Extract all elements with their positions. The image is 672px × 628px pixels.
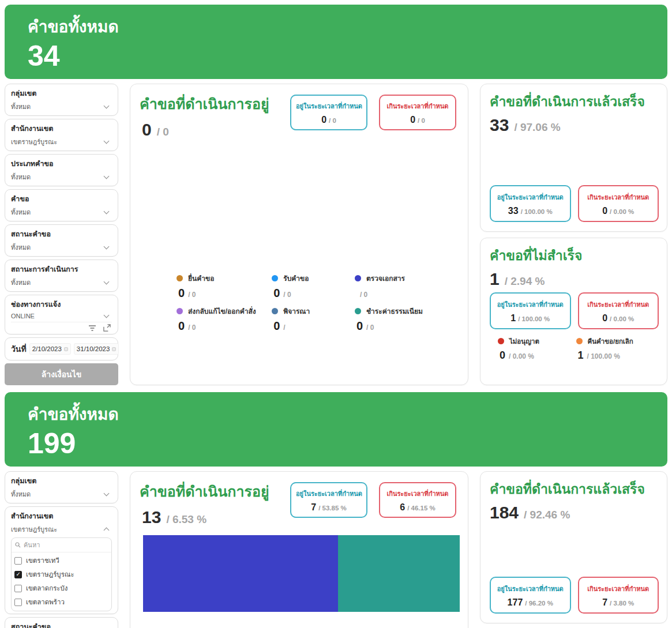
- group-select[interactable]: ทั้งหมด: [11, 100, 112, 114]
- on-time-value: 1: [510, 313, 516, 323]
- on-time-ratio: / 96.20 %: [525, 600, 553, 607]
- overdue-ratio: / 46.15 %: [407, 505, 436, 512]
- office-select[interactable]: เขตราษฎร์บูรณะ: [11, 522, 112, 536]
- checkbox[interactable]: [14, 585, 22, 592]
- overdue-label: เกินระยะเวลาที่กำหนด: [385, 488, 450, 499]
- on-time-box: อยู่ในระยะเวลาที่กำหนด 0/ 0: [290, 95, 367, 130]
- clear-filters-button[interactable]: ล้างเงื่อนไข: [5, 363, 118, 385]
- filter-label: กลุ่มเขต: [11, 87, 112, 100]
- legend-item: รับคำขอ 0/ 0: [272, 273, 355, 300]
- select-value: ทั้งหมด: [11, 101, 31, 112]
- legend-dot-pay-fee: [355, 308, 361, 314]
- select-value: ทั้งหมด: [11, 242, 31, 253]
- filter-label: สถานะคำขอ: [11, 620, 112, 628]
- legend-item-denied: ไม่อนุญาต 0/ 0.00 %: [498, 336, 576, 362]
- legend-dot-return-order: [177, 308, 183, 314]
- date-from-input[interactable]: 2/10/2023: [29, 343, 71, 355]
- in-progress-head: คำขอที่ดำเนินการอยู่ 13 / 6.53 %: [140, 480, 269, 527]
- total-requests-header: คำขอทั้งหมด 199: [5, 392, 667, 467]
- filter-icon[interactable]: [88, 325, 96, 331]
- filter-card-channel: ช่องทางการแจ้ง ONLINE: [5, 295, 118, 334]
- filter-card-type: ประเภทคำขอ ทั้งหมด: [5, 154, 118, 186]
- on-time-box: อยู่ในระยะเวลาที่กำหนด 33/ 100.00 %: [490, 185, 571, 222]
- option-label: เขตลาดพร้าว: [26, 597, 65, 607]
- select-value: ทั้งหมด: [11, 172, 31, 182]
- filter-card-office: สำนักงานเขต เขตราษฎร์บูรณะ ค้นหา เขตราชเ…: [5, 506, 118, 614]
- on-time-box: อยู่ในระยะเวลาที่กำหนด 7/ 53.85 %: [290, 482, 367, 518]
- dropdown-search-input[interactable]: ค้นหา: [12, 538, 111, 552]
- checkbox[interactable]: [14, 557, 22, 565]
- legend-ratio: / 0: [360, 291, 367, 299]
- chevron-down-icon: [104, 174, 110, 179]
- filter-card-group: กลุ่มเขต ทั้งหมด: [5, 84, 118, 116]
- failed-value: 1: [490, 269, 500, 289]
- select-value: ทั้งหมด: [11, 489, 31, 499]
- legend-value: 0: [273, 319, 280, 332]
- overdue-label: เกินระยะเวลาที่กำหนด: [583, 299, 655, 310]
- overdue-value: 0: [602, 206, 607, 216]
- legend-value: 0: [500, 349, 505, 361]
- select-value: เขตราษฎร์บูรณะ: [11, 524, 57, 535]
- search-icon: [15, 542, 21, 548]
- overdue-ratio: / 0: [418, 117, 425, 124]
- legend-ratio: / 0: [188, 324, 196, 332]
- operation-select[interactable]: ทั้งหมด: [11, 276, 112, 289]
- overdue-value: 7: [602, 597, 607, 607]
- overdue-ratio: / 0.00 %: [610, 208, 634, 215]
- checkbox[interactable]: [14, 571, 22, 578]
- in-progress-ratio: / 6.53 %: [166, 513, 207, 526]
- date-to-input[interactable]: 31/10/2023: [74, 343, 119, 355]
- filter-label: สำนักงานเขต: [11, 509, 112, 522]
- office-option[interactable]: เขตลาดพร้าว: [14, 597, 108, 607]
- group-select[interactable]: ทั้งหมด: [11, 487, 112, 501]
- on-time-label: อยู่ในระยะเวลาที่กำหนด: [494, 192, 566, 202]
- status-legend: ยื่นคำขอ 0/ 0 รับคำขอ 0/ 0 ตรวจเอกสาร / …: [177, 230, 446, 375]
- stacked-bar[interactable]: [143, 535, 460, 612]
- legend-label: ส่งกลับแก้ไข/ออกคำสั่ง: [188, 306, 256, 317]
- on-time-value: 0: [321, 115, 326, 125]
- office-option[interactable]: เขตราษฎร์บูรณะ: [14, 569, 108, 580]
- filter-card-group: กลุ่มเขต ทั้งหมด: [5, 471, 118, 503]
- office-select[interactable]: เขตราษฎร์บูรณะ: [11, 135, 112, 149]
- legend-ratio: / 0.00 %: [509, 352, 534, 360]
- office-option[interactable]: เขตราชเทวี: [14, 555, 108, 566]
- on-time-value: 177: [508, 597, 523, 607]
- filter-sidebar: กลุ่มเขต ทั้งหมด สำนักงานเขต เขตราษฎร์บู…: [5, 471, 118, 628]
- total-requests-value: 34: [28, 40, 658, 72]
- chevron-down-icon: [104, 103, 110, 109]
- filter-label: ช่องทางการแจ้ง: [11, 298, 112, 311]
- in-progress-ratio: / 0: [157, 126, 169, 138]
- type-select[interactable]: ทั้งหมด: [11, 170, 112, 184]
- request-select[interactable]: ทั้งหมด: [11, 205, 112, 219]
- legend-dot-submit: [177, 275, 183, 281]
- completed-card: คำขอที่ดำเนินการแล้วเสร็จ 33 / 97.06 % อ…: [480, 84, 667, 232]
- on-time-label: อยู่ในระยะเวลาที่กำหนด: [296, 101, 362, 111]
- overdue-ratio: / 3.80 %: [610, 600, 634, 607]
- dashboard-panel-1: คำขอทั้งหมด 34 กลุ่มเขต ทั้งหมด สำนักงาน…: [5, 5, 667, 385]
- overdue-label: เกินระยะเวลาที่กำหนด: [583, 584, 655, 594]
- focus-mode-icon[interactable]: [103, 324, 111, 332]
- legend-label: ไม่อนุญาต: [509, 336, 539, 347]
- overdue-box: เกินระยะเวลาที่กำหนด 0/ 0.00 %: [578, 185, 659, 222]
- date-filter: วันที่ 2/10/2023 31/10/2023: [5, 337, 118, 360]
- chevron-up-icon: [104, 528, 110, 533]
- legend-ratio: / 0: [188, 291, 196, 299]
- overdue-box: เกินระยะเวลาที่กำหนด 7/ 3.80 %: [578, 577, 659, 614]
- office-option[interactable]: เขตลาดกระบัง: [14, 583, 108, 593]
- date-picker-icon[interactable]: [64, 347, 68, 351]
- legend-value: 0: [178, 287, 185, 299]
- select-value: เขตราษฎร์บูรณะ: [11, 137, 57, 147]
- slicer-toolbar: [11, 322, 112, 332]
- status-select[interactable]: ทั้งหมด: [11, 240, 112, 254]
- checkbox[interactable]: [14, 599, 22, 606]
- legend-dot-denied: [498, 338, 504, 344]
- completed-title: คำขอที่ดำเนินการแล้วเสร็จ: [490, 91, 659, 112]
- channel-select[interactable]: ONLINE: [11, 311, 112, 321]
- chevron-down-icon: [104, 209, 110, 215]
- filter-card-office: สำนักงานเขต เขตราษฎร์บูรณะ: [5, 119, 118, 151]
- date-picker-icon[interactable]: [112, 347, 116, 351]
- legend-item: ตรวจเอกสาร / 0: [355, 273, 446, 300]
- legend-value: 1: [578, 349, 584, 361]
- on-time-ratio: / 100.00 %: [518, 315, 550, 322]
- overdue-box: เกินระยะเวลาที่กำหนด 0/ 0.00 %: [578, 292, 659, 329]
